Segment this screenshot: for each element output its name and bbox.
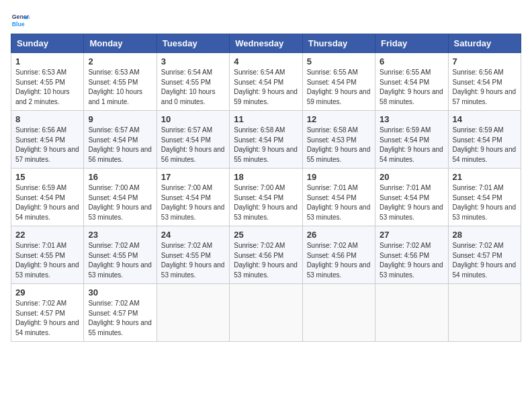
weekday-header-monday: Monday (84, 34, 157, 53)
day-detail: Sunrise: 7:02 AMSunset: 4:55 PMDaylight:… (161, 241, 225, 280)
day-detail: Sunrise: 6:58 AMSunset: 4:54 PMDaylight:… (234, 126, 298, 165)
calendar-cell: 21Sunrise: 7:01 AMSunset: 4:54 PMDayligh… (448, 169, 521, 226)
day-detail: Sunrise: 7:02 AMSunset: 4:57 PMDaylight:… (88, 299, 152, 338)
day-detail: Sunrise: 6:59 AMSunset: 4:54 PMDaylight:… (453, 126, 517, 165)
calendar-cell: 30Sunrise: 7:02 AMSunset: 4:57 PMDayligh… (84, 284, 157, 342)
calendar-cell: 11Sunrise: 6:58 AMSunset: 4:54 PMDayligh… (230, 111, 302, 169)
day-detail: Sunrise: 6:57 AMSunset: 4:54 PMDaylight:… (161, 126, 225, 165)
calendar-cell: 16Sunrise: 7:00 AMSunset: 4:54 PMDayligh… (84, 169, 157, 226)
day-detail: Sunrise: 6:53 AMSunset: 4:55 PMDaylight:… (88, 68, 152, 107)
day-number: 25 (234, 230, 298, 240)
calendar-cell: 13Sunrise: 6:59 AMSunset: 4:54 PMDayligh… (375, 111, 448, 169)
logo-icon: General Blue (11, 11, 30, 30)
calendar-cell: 12Sunrise: 6:58 AMSunset: 4:53 PMDayligh… (302, 111, 375, 169)
day-number: 13 (380, 114, 443, 124)
calendar-cell (302, 284, 375, 342)
day-number: 8 (15, 114, 79, 124)
logo: General Blue (11, 11, 30, 30)
day-number: 6 (380, 56, 443, 66)
day-detail: Sunrise: 7:02 AMSunset: 4:56 PMDaylight:… (234, 241, 298, 280)
day-detail: Sunrise: 6:53 AMSunset: 4:55 PMDaylight:… (15, 68, 79, 107)
calendar-cell: 19Sunrise: 7:01 AMSunset: 4:54 PMDayligh… (302, 169, 375, 226)
day-number: 24 (161, 230, 225, 240)
day-detail: Sunrise: 7:02 AMSunset: 4:57 PMDaylight:… (453, 241, 517, 280)
day-detail: Sunrise: 7:02 AMSunset: 4:55 PMDaylight:… (88, 241, 152, 280)
calendar-cell: 28Sunrise: 7:02 AMSunset: 4:57 PMDayligh… (448, 226, 521, 284)
calendar-cell: 25Sunrise: 7:02 AMSunset: 4:56 PMDayligh… (230, 226, 302, 284)
day-detail: Sunrise: 7:02 AMSunset: 4:56 PMDaylight:… (380, 241, 443, 280)
calendar-cell (375, 284, 448, 342)
day-number: 5 (307, 56, 371, 66)
day-number: 17 (161, 172, 225, 182)
day-detail: Sunrise: 6:54 AMSunset: 4:54 PMDaylight:… (234, 68, 298, 107)
calendar-cell: 17Sunrise: 7:00 AMSunset: 4:54 PMDayligh… (157, 169, 229, 226)
calendar-cell: 1Sunrise: 6:53 AMSunset: 4:55 PMDaylight… (11, 53, 84, 111)
calendar-cell: 26Sunrise: 7:02 AMSunset: 4:56 PMDayligh… (302, 226, 375, 284)
calendar-week-1: 1Sunrise: 6:53 AMSunset: 4:55 PMDaylight… (11, 53, 521, 111)
calendar-cell: 23Sunrise: 7:02 AMSunset: 4:55 PMDayligh… (84, 226, 157, 284)
calendar-cell: 10Sunrise: 6:57 AMSunset: 4:54 PMDayligh… (157, 111, 229, 169)
day-detail: Sunrise: 7:02 AMSunset: 4:57 PMDaylight:… (15, 299, 79, 338)
calendar-cell: 29Sunrise: 7:02 AMSunset: 4:57 PMDayligh… (11, 284, 84, 342)
calendar-cell: 2Sunrise: 6:53 AMSunset: 4:55 PMDaylight… (84, 53, 157, 111)
calendar-cell: 20Sunrise: 7:01 AMSunset: 4:54 PMDayligh… (375, 169, 448, 226)
day-number: 10 (161, 114, 225, 124)
calendar-week-2: 8Sunrise: 6:56 AMSunset: 4:54 PMDaylight… (11, 111, 521, 169)
day-number: 4 (234, 56, 298, 66)
day-number: 14 (453, 114, 517, 124)
day-detail: Sunrise: 7:01 AMSunset: 4:54 PMDaylight:… (380, 183, 443, 222)
day-detail: Sunrise: 6:59 AMSunset: 4:54 PMDaylight:… (380, 126, 443, 165)
weekday-header-tuesday: Tuesday (157, 34, 229, 53)
calendar-cell (157, 284, 229, 342)
day-number: 21 (453, 172, 517, 182)
day-number: 11 (234, 114, 298, 124)
day-number: 20 (380, 172, 443, 182)
calendar-cell: 9Sunrise: 6:57 AMSunset: 4:54 PMDaylight… (84, 111, 157, 169)
calendar-cell (230, 284, 302, 342)
day-number: 9 (88, 114, 152, 124)
day-number: 12 (307, 114, 371, 124)
calendar-week-3: 15Sunrise: 6:59 AMSunset: 4:54 PMDayligh… (11, 169, 521, 226)
calendar-cell: 7Sunrise: 6:56 AMSunset: 4:54 PMDaylight… (448, 53, 521, 111)
day-number: 15 (15, 172, 79, 182)
calendar-cell (448, 284, 521, 342)
weekday-header-row: SundayMondayTuesdayWednesdayThursdayFrid… (11, 34, 521, 53)
day-number: 18 (234, 172, 298, 182)
calendar-cell: 18Sunrise: 7:00 AMSunset: 4:54 PMDayligh… (230, 169, 302, 226)
day-number: 1 (15, 56, 79, 66)
day-detail: Sunrise: 7:00 AMSunset: 4:54 PMDaylight:… (161, 183, 225, 222)
day-number: 27 (380, 230, 443, 240)
calendar-table: SundayMondayTuesdayWednesdayThursdayFrid… (11, 34, 521, 342)
day-number: 3 (161, 56, 225, 66)
day-detail: Sunrise: 6:55 AMSunset: 4:54 PMDaylight:… (380, 68, 443, 107)
calendar-week-5: 29Sunrise: 7:02 AMSunset: 4:57 PMDayligh… (11, 284, 521, 342)
day-detail: Sunrise: 7:02 AMSunset: 4:56 PMDaylight:… (307, 241, 371, 280)
day-detail: Sunrise: 7:01 AMSunset: 4:54 PMDaylight:… (307, 183, 371, 222)
calendar-cell: 14Sunrise: 6:59 AMSunset: 4:54 PMDayligh… (448, 111, 521, 169)
weekday-header-saturday: Saturday (448, 34, 521, 53)
day-number: 29 (15, 287, 79, 298)
day-detail: Sunrise: 6:56 AMSunset: 4:54 PMDaylight:… (15, 126, 79, 165)
day-number: 28 (453, 230, 517, 240)
day-detail: Sunrise: 6:58 AMSunset: 4:53 PMDaylight:… (307, 126, 371, 165)
calendar-cell: 6Sunrise: 6:55 AMSunset: 4:54 PMDaylight… (375, 53, 448, 111)
calendar-cell: 5Sunrise: 6:55 AMSunset: 4:54 PMDaylight… (302, 53, 375, 111)
svg-text:Blue: Blue (12, 21, 25, 28)
weekday-header-sunday: Sunday (11, 34, 84, 53)
day-number: 22 (15, 230, 79, 240)
calendar-cell: 24Sunrise: 7:02 AMSunset: 4:55 PMDayligh… (157, 226, 229, 284)
calendar-cell: 3Sunrise: 6:54 AMSunset: 4:55 PMDaylight… (157, 53, 229, 111)
day-detail: Sunrise: 7:01 AMSunset: 4:54 PMDaylight:… (453, 183, 517, 222)
day-number: 23 (88, 230, 152, 240)
day-number: 2 (88, 56, 152, 66)
day-detail: Sunrise: 6:55 AMSunset: 4:54 PMDaylight:… (307, 68, 371, 107)
calendar-cell: 8Sunrise: 6:56 AMSunset: 4:54 PMDaylight… (11, 111, 84, 169)
day-number: 7 (453, 56, 517, 66)
calendar-cell: 22Sunrise: 7:01 AMSunset: 4:55 PMDayligh… (11, 226, 84, 284)
day-number: 26 (307, 230, 371, 240)
day-detail: Sunrise: 6:59 AMSunset: 4:54 PMDaylight:… (15, 183, 79, 222)
day-detail: Sunrise: 6:56 AMSunset: 4:54 PMDaylight:… (453, 68, 517, 107)
calendar-cell: 4Sunrise: 6:54 AMSunset: 4:54 PMDaylight… (230, 53, 302, 111)
weekday-header-wednesday: Wednesday (230, 34, 302, 53)
calendar-cell: 27Sunrise: 7:02 AMSunset: 4:56 PMDayligh… (375, 226, 448, 284)
